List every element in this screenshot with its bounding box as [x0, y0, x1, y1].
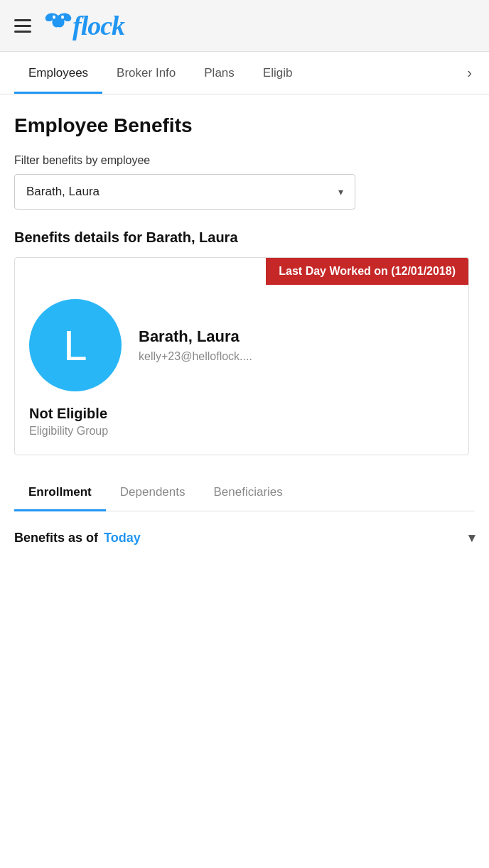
tab-eligib[interactable]: Eligib [249, 53, 307, 94]
main-content: Employee Benefits Filter benefits by emp… [0, 94, 489, 565]
svg-point-0 [53, 16, 55, 19]
employee-email: kelly+23@helloflock.... [139, 350, 252, 363]
employee-filter-select[interactable]: Barath, Laura ▾ [14, 174, 355, 210]
bird-icon [44, 10, 72, 36]
eligibility-section: Not Eligible Eligibility Group [29, 406, 454, 438]
selected-employee-label: Barath, Laura [26, 185, 100, 199]
last-day-banner: Last Day Worked on (12/01/2018) [266, 258, 468, 285]
subtab-dependents[interactable]: Dependents [106, 475, 200, 511]
eligibility-status: Not Eligible [29, 406, 454, 422]
page-title: Employee Benefits [14, 114, 475, 137]
tab-plans[interactable]: Plans [190, 53, 249, 94]
svg-point-1 [61, 16, 64, 19]
select-chevron-icon: ▾ [338, 186, 343, 197]
tab-employees[interactable]: Employees [14, 53, 102, 94]
avatar-letter: L [63, 321, 87, 370]
employee-card: Last Day Worked on (12/01/2018) L Barath… [14, 257, 469, 455]
benefits-as-of-row[interactable]: Benefits as of Today ▾ [14, 524, 475, 551]
sub-tabs: Enrollment Dependents Beneficiaries [14, 475, 475, 511]
app-logo: flock [44, 10, 124, 41]
nav-chevron[interactable]: › [464, 52, 475, 94]
employee-avatar: L [29, 299, 122, 391]
employee-info: Barath, Laura kelly+23@helloflock.... [139, 327, 252, 363]
benefits-as-of-label: Benefits as of [14, 531, 98, 546]
hamburger-menu[interactable] [14, 19, 31, 33]
eligibility-group: Eligibility Group [29, 425, 454, 438]
app-header: flock [0, 0, 489, 52]
nav-tabs: Employees Broker Info Plans Eligib › [0, 52, 489, 94]
logo-text: flock [72, 10, 124, 41]
filter-label: Filter benefits by employee [14, 154, 475, 167]
employee-name: Barath, Laura [139, 327, 252, 346]
tab-broker-info[interactable]: Broker Info [102, 53, 190, 94]
subtab-beneficiaries[interactable]: Beneficiaries [199, 475, 296, 511]
benefits-chevron-icon: ▾ [468, 530, 475, 546]
benefits-today: Today [104, 531, 141, 546]
subtab-enrollment[interactable]: Enrollment [14, 475, 106, 511]
benefits-section-title: Benefits details for Barath, Laura [14, 229, 475, 246]
